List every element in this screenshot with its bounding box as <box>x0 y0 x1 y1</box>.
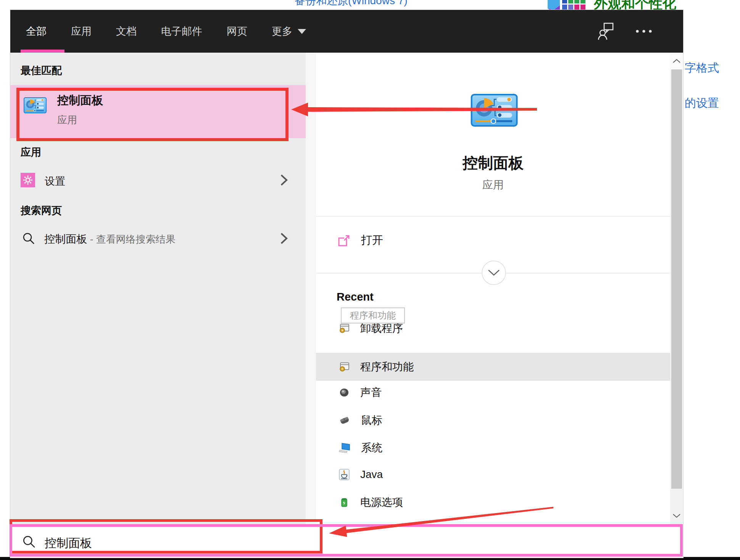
search-icon <box>22 232 35 245</box>
java-icon <box>339 469 350 480</box>
recent-item-label: 系统 <box>361 441 382 455</box>
web-search-suffix: - 查看网络搜索结果 <box>90 233 176 245</box>
recent-item-label: 鼠标 <box>361 413 382 428</box>
result-web-search[interactable]: 控制面板 - 查看网络搜索结果 <box>10 227 306 251</box>
settings-gear-icon <box>21 173 35 187</box>
recent-item-label: 声音 <box>360 385 382 400</box>
tab-all[interactable]: 全部 <box>26 24 47 38</box>
chevron-down-icon <box>487 269 500 277</box>
tooltip-programs-and-features: 程序和功能 <box>341 307 405 323</box>
search-filter-bar: 全部 应用 文档 电子邮件 网页 更多 <box>10 10 683 53</box>
annotation-red-box-best-match <box>16 88 289 141</box>
programs-icon <box>339 362 350 372</box>
chevron-right-icon[interactable] <box>280 174 288 187</box>
recent-item-label: Java <box>360 468 383 481</box>
annotation-red-arrow-bottom <box>324 500 557 542</box>
recent-header: Recent <box>337 291 374 303</box>
topbar-icons <box>598 10 683 53</box>
tab-email[interactable]: 电子邮件 <box>161 24 202 38</box>
recent-item-java[interactable]: Java <box>316 462 670 487</box>
apps-section-header: 应用 <box>21 145 41 159</box>
background-link-settings[interactable]: 的设置 <box>685 95 719 111</box>
divider <box>316 216 670 217</box>
annotation-red-arrow-top <box>288 97 540 122</box>
feedback-user-icon[interactable] <box>598 22 614 40</box>
ellipsis-menu-icon[interactable] <box>635 29 652 33</box>
active-tab-indicator <box>21 50 64 53</box>
open-label: 打开 <box>361 233 383 248</box>
scrollbar-up-button[interactable] <box>670 53 683 69</box>
screen: 备份和还原(Windows 7) 外观和个性化 字格式 的设置 全部 应用 文档… <box>0 0 740 560</box>
open-external-icon <box>337 235 350 247</box>
preview-subtitle: 应用 <box>316 178 670 192</box>
recent-item-system[interactable]: 系统 <box>316 435 670 460</box>
background-link-number-format[interactable]: 字格式 <box>685 60 719 76</box>
scrollbar[interactable] <box>670 53 683 525</box>
tab-web[interactable]: 网页 <box>227 24 247 38</box>
sound-icon <box>339 387 350 398</box>
background-link-backup-restore[interactable]: 备份和还原(Windows 7) <box>295 0 408 8</box>
settings-label: 设置 <box>45 174 65 188</box>
preview-title: 控制面板 <box>316 153 670 174</box>
web-section-header: 搜索网页 <box>21 204 62 217</box>
scrollbar-down-button[interactable] <box>670 507 683 524</box>
tab-more[interactable]: 更多 <box>272 24 306 38</box>
chevron-up-icon <box>672 59 681 63</box>
system-icon <box>339 443 350 453</box>
recent-item-label: 程序和功能 <box>360 360 414 374</box>
result-settings[interactable]: 设置 <box>10 168 306 192</box>
tab-documents[interactable]: 文档 <box>116 24 137 38</box>
tab-apps[interactable]: 应用 <box>71 24 92 38</box>
chevron-down-icon <box>672 513 681 518</box>
recent-item-programs-and-features[interactable]: 程序和功能 <box>316 353 670 381</box>
expand-collapse-button[interactable] <box>482 261 506 285</box>
scrollbar-thumb[interactable] <box>671 69 682 489</box>
recent-item-sound[interactable]: 声音 <box>316 380 670 405</box>
appearance-category-icon <box>547 0 588 11</box>
mouse-icon <box>339 415 350 425</box>
tab-more-label: 更多 <box>272 24 292 38</box>
recent-item-mouse[interactable]: 鼠标 <box>316 408 670 433</box>
programs-icon <box>339 323 350 334</box>
panel-gap <box>306 53 316 525</box>
chevron-down-icon <box>298 29 306 34</box>
web-search-query: 控制面板 - 查看网络搜索结果 <box>44 232 176 246</box>
best-match-header: 最佳匹配 <box>21 64 62 77</box>
chevron-right-icon[interactable] <box>280 232 288 245</box>
